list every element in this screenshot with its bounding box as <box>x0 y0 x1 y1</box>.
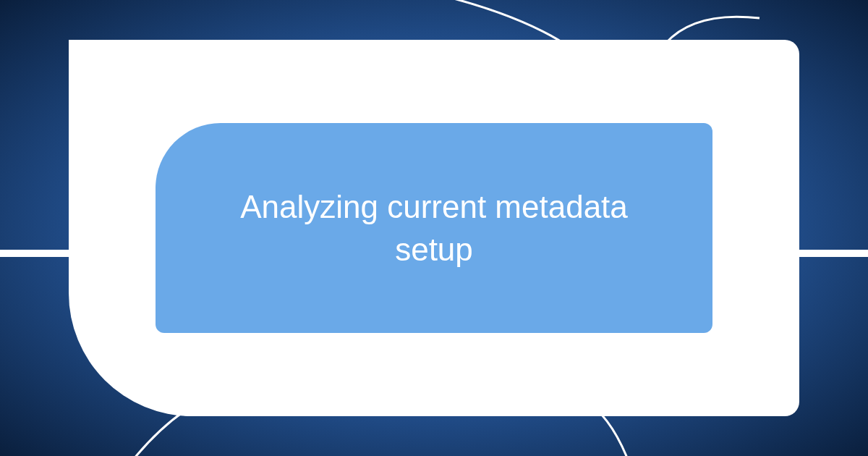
inner-card: Analyzing current metadata setup <box>156 123 712 333</box>
card-title: Analyzing current metadata setup <box>199 185 669 271</box>
